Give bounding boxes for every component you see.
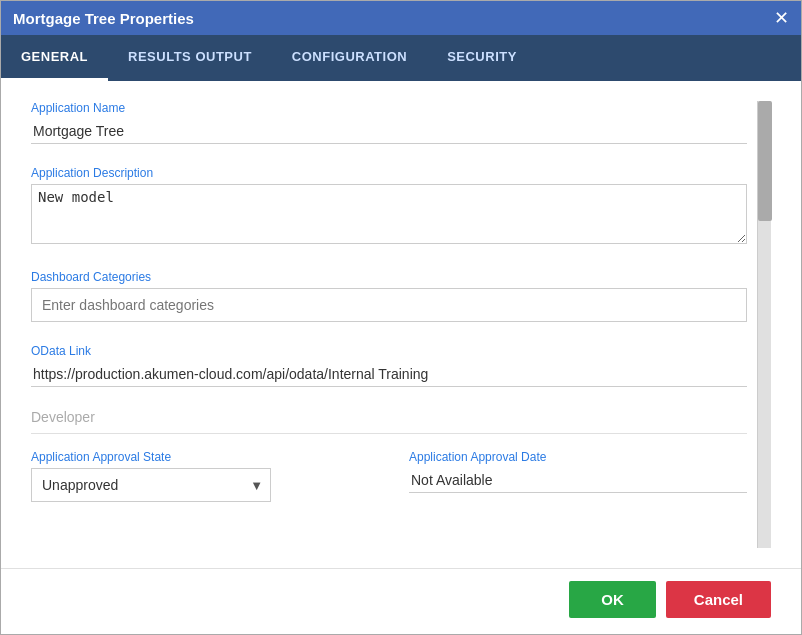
cancel-button[interactable]: Cancel xyxy=(666,581,771,618)
dialog: Mortgage Tree Properties ✕ GENERAL RESUL… xyxy=(0,0,802,635)
tab-general[interactable]: GENERAL xyxy=(1,35,108,81)
approval-date-value: Not Available xyxy=(409,468,747,493)
approval-state-select-wrap: Unapproved Approved Pending ▼ xyxy=(31,468,271,502)
developer-label: Developer xyxy=(31,409,747,425)
approval-row: Application Approval State Unapproved Ap… xyxy=(31,450,747,502)
divider xyxy=(31,433,747,434)
tab-results-output[interactable]: RESULTS OUTPUT xyxy=(108,35,272,81)
tabs-bar: GENERAL RESULTS OUTPUT CONFIGURATION SEC… xyxy=(1,35,801,81)
approval-date-col: Application Approval Date Not Available xyxy=(409,450,747,493)
tab-security[interactable]: SECURITY xyxy=(427,35,537,81)
dashboard-categories-label: Dashboard Categories xyxy=(31,270,747,284)
odata-link-group: OData Link https://production.akumen-clo… xyxy=(31,344,747,387)
tab-configuration[interactable]: CONFIGURATION xyxy=(272,35,427,81)
approval-state-label: Application Approval State xyxy=(31,450,369,464)
dashboard-categories-input[interactable] xyxy=(31,288,747,322)
approval-state-select[interactable]: Unapproved Approved Pending xyxy=(31,468,271,502)
dialog-title: Mortgage Tree Properties xyxy=(13,10,194,27)
dialog-body: Application Name Application Description… xyxy=(1,81,801,568)
form-content: Application Name Application Description… xyxy=(31,101,757,548)
approval-date-label: Application Approval Date xyxy=(409,450,747,464)
application-name-label: Application Name xyxy=(31,101,747,115)
close-button[interactable]: ✕ xyxy=(774,9,789,27)
dialog-titlebar: Mortgage Tree Properties ✕ xyxy=(1,1,801,35)
scrollbar-track xyxy=(757,101,771,548)
dialog-footer: OK Cancel xyxy=(1,568,801,634)
scrollbar-thumb[interactable] xyxy=(758,101,772,221)
application-description-group: Application Description New model xyxy=(31,166,747,248)
odata-link-label: OData Link xyxy=(31,344,747,358)
approval-state-col: Application Approval State Unapproved Ap… xyxy=(31,450,369,502)
application-name-input[interactable] xyxy=(31,119,747,144)
odata-link-value: https://production.akumen-cloud.com/api/… xyxy=(31,362,747,387)
dashboard-categories-group: Dashboard Categories xyxy=(31,270,747,322)
application-description-label: Application Description xyxy=(31,166,747,180)
application-name-group: Application Name xyxy=(31,101,747,144)
application-description-input[interactable]: New model xyxy=(31,184,747,244)
ok-button[interactable]: OK xyxy=(569,581,656,618)
